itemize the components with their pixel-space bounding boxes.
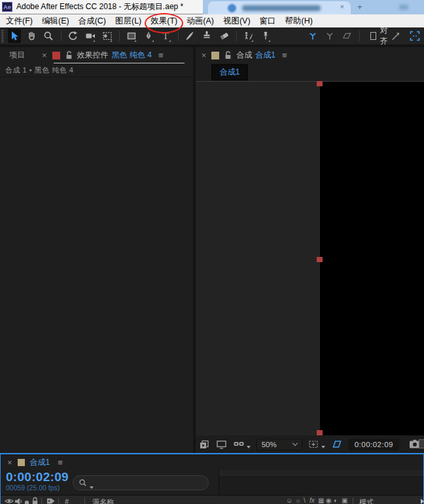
show-snapshot-icon-partial[interactable] [419, 439, 424, 448]
toolbar-separator [119, 31, 120, 41]
menu-edit[interactable]: 编辑(E) [42, 16, 69, 27]
always-preview-icon[interactable] [199, 439, 210, 450]
viewer-timecode[interactable]: 0:00:02:09 [349, 439, 399, 450]
world-axis-mode-button[interactable] [324, 29, 336, 43]
video-eye-icon[interactable] [5, 497, 14, 504]
column-mode[interactable]: 模式 [359, 497, 374, 504]
tab-composition-label[interactable]: 合成 [236, 50, 252, 61]
eraser-tool-button[interactable] [218, 29, 230, 43]
shy-switch-icon[interactable]: ☺ [286, 497, 292, 504]
tab-effect-controls-target[interactable]: 黑色 纯色 4 [112, 50, 152, 61]
roto-brush-tool-button[interactable] [242, 29, 255, 43]
menu-layer[interactable]: 图层(L) [115, 16, 141, 27]
label-tag-icon[interactable] [46, 497, 56, 504]
brush-tool-button[interactable] [184, 29, 196, 43]
tab-composition-target[interactable]: 合成1 [255, 50, 275, 61]
close-icon[interactable]: × [7, 458, 12, 467]
view-axis-mode-button[interactable] [341, 29, 353, 43]
stereo-3d-icon[interactable] [233, 439, 251, 450]
frame-blend-switch-icon[interactable]: ▦ [318, 497, 324, 504]
column-source-name[interactable]: 源名称 [92, 497, 114, 504]
close-icon[interactable]: × [42, 50, 47, 60]
arrow-northeast-icon[interactable] [391, 31, 400, 41]
zoom-tool-button[interactable] [43, 29, 55, 43]
capture-region-icon[interactable] [410, 31, 420, 41]
zoom-level-select[interactable]: 50% [256, 439, 302, 450]
composition-viewer[interactable] [196, 81, 424, 435]
fx-switch-icon[interactable]: fx [309, 497, 315, 504]
solo-icon[interactable] [24, 499, 29, 504]
panel-menu-icon[interactable]: ≡ [158, 50, 164, 60]
toolbar-separator [359, 31, 360, 41]
puppet-pin-tool-button[interactable] [259, 29, 272, 43]
toolbar-separator [61, 31, 62, 41]
close-icon[interactable]: × [202, 50, 207, 60]
current-timecode[interactable]: 0:00:02:09 [6, 471, 73, 484]
menu-view[interactable]: 视图(V) [223, 16, 251, 27]
motion-blur-switch-icon[interactable]: ◉ [326, 497, 332, 504]
lock-icon[interactable] [224, 51, 232, 59]
comp-selector-button[interactable]: 合成1 [211, 64, 249, 80]
menu-animation[interactable]: 动画(A) [186, 16, 214, 27]
lock-icon[interactable] [65, 51, 73, 59]
timeline-ruler-strip[interactable] [219, 470, 423, 477]
pen-tool-button[interactable] [142, 29, 154, 43]
local-axis-mode-button[interactable] [306, 29, 319, 43]
menu-composition[interactable]: 合成(C) [79, 16, 106, 27]
timeline-search-input[interactable] [73, 475, 209, 490]
tab-effect-controls-label[interactable]: 效果控件 [77, 50, 109, 61]
menu-effect[interactable]: 效果(T) [150, 16, 177, 27]
panel-menu-icon[interactable]: ≡ [58, 458, 63, 467]
layer-handle-top-left[interactable] [317, 81, 323, 86]
timeline-panel: × 合成1 ≡ 0:00:02:09 00059 (25.00 fps) [0, 454, 424, 504]
panel-menu-icon[interactable]: ≡ [282, 50, 287, 60]
camera-tool-button[interactable] [84, 29, 96, 43]
type-tool-button[interactable]: T [160, 29, 172, 43]
toolbar-grip[interactable] [1, 29, 4, 42]
title-bar: Ae Adobe After Effects CC 2018 - 无标题项目.a… [0, 0, 424, 14]
tab-project[interactable]: 项目 [9, 50, 25, 61]
monitor-icon[interactable] [216, 439, 227, 450]
menu-file[interactable]: 文件(F) [6, 16, 33, 27]
comp-selector-row: 合成1 [196, 63, 424, 81]
mask-visibility-icon[interactable] [331, 439, 343, 450]
column-hash[interactable]: # [65, 497, 69, 504]
dropdown-arrow-icon [321, 446, 325, 448]
snap-checkbox[interactable] [370, 32, 376, 40]
layer-handle-middle-left[interactable] [317, 257, 323, 262]
toolbar-right-icons [391, 31, 420, 41]
hand-tool-button[interactable] [26, 29, 38, 43]
breadcrumb: 合成 1 • 黑色 纯色 4 [0, 63, 193, 77]
toolbar-separator [178, 31, 179, 41]
chevron-down-icon [292, 441, 297, 446]
adjustment-layer-switch-icon[interactable]: ◐ [334, 497, 338, 504]
rotation-tool-button[interactable] [67, 29, 79, 43]
composition-frame[interactable] [320, 82, 424, 435]
layer-handle-bottom-left[interactable] [317, 430, 323, 435]
clone-stamp-tool-button[interactable] [201, 29, 213, 43]
browser-new-tab-icon: + [357, 2, 362, 12]
audio-speaker-icon[interactable] [14, 497, 23, 504]
snap-toggle[interactable]: 对齐 [370, 25, 391, 47]
main-area: 项目 × 效果控件 黑色 纯色 4 ≡ 合成 1 • 黑色 纯色 4 × 合成 … [0, 44, 424, 453]
3d-layer-switch-icon[interactable]: ▣ [342, 497, 347, 504]
browser-tab-favicon [228, 4, 236, 12]
region-of-interest-icon[interactable] [308, 439, 325, 450]
pan-behind-tool-button[interactable] [101, 29, 113, 43]
selection-arrow-icon [9, 31, 20, 41]
tool-bar: T 对齐 [0, 27, 424, 44]
search-icon [79, 479, 87, 487]
camera-icon [85, 31, 96, 41]
quality-switch-icon[interactable]: \ [304, 497, 306, 504]
selection-tool-button[interactable] [8, 29, 20, 43]
comp-tan-swatch [211, 52, 219, 59]
composition-panel: × 合成 合成1 ≡ 合成1 [196, 47, 424, 453]
menu-help[interactable]: 帮助(H) [285, 16, 313, 27]
local-axis-icon [308, 31, 318, 41]
lock-icon[interactable] [31, 497, 39, 504]
timeline-track-area[interactable] [219, 470, 423, 495]
rectangle-tool-button[interactable] [125, 29, 137, 43]
collapse-switch-icon[interactable]: ☼ [295, 497, 301, 504]
timeline-tab-label[interactable]: 合成1 [30, 457, 50, 468]
menu-window[interactable]: 窗口 [260, 16, 276, 27]
